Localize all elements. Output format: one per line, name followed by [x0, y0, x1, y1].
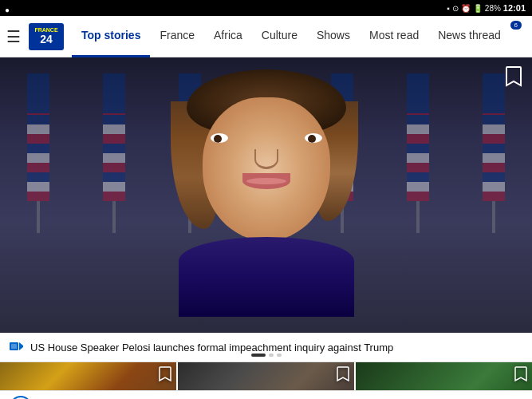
wifi-icon: ⊙: [452, 4, 459, 13]
face: [203, 97, 330, 241]
thumb-2-bookmark-icon[interactable]: [337, 366, 349, 385]
thumb-3-bookmark-icon[interactable]: [514, 366, 527, 385]
tab-africa[interactable]: Africa: [204, 16, 252, 57]
status-bar-left-icon: ●: [5, 2, 10, 16]
sim-icon: ▪: [447, 4, 450, 13]
hero-image: [0, 57, 532, 333]
scroll-dots: [251, 354, 282, 357]
hero-bookmark-icon[interactable]: [505, 65, 522, 93]
logo-text: FRANCE 24: [34, 27, 57, 45]
news-thread-badge: 6: [510, 21, 522, 30]
clothing: [179, 237, 354, 317]
pelosi-figure: [0, 57, 532, 333]
tab-news-thread[interactable]: News thread 6: [428, 16, 523, 57]
eye-right: [305, 133, 322, 143]
face-container: [163, 69, 370, 317]
svg-marker-1: [19, 342, 23, 350]
tab-france[interactable]: France: [150, 16, 204, 57]
scroll-dot-1: [251, 354, 266, 357]
scroll-dot-3: [277, 354, 282, 357]
header: ☰ FRANCE 24 Top stories France Africa Cu…: [0, 16, 532, 57]
tab-shows[interactable]: Shows: [307, 16, 360, 57]
play-button[interactable]: [10, 396, 32, 400]
thumb-1-bookmark-icon[interactable]: [159, 366, 171, 385]
alarm-icon: ⏰: [461, 4, 471, 13]
eyes: [211, 133, 322, 143]
mouth: [242, 173, 290, 189]
logo[interactable]: FRANCE 24: [29, 23, 64, 50]
tab-most-read[interactable]: Most read: [360, 16, 428, 57]
live-bar: Live: [0, 390, 532, 399]
battery-percent: 28%: [485, 4, 501, 13]
main-content: US House Speaker Pelosi launches formal …: [0, 57, 532, 399]
caption-bar: US House Speaker Pelosi launches formal …: [0, 333, 532, 362]
tab-culture[interactable]: Culture: [252, 16, 307, 57]
menu-icon[interactable]: ☰: [6, 27, 21, 46]
hero-caption-text: US House Speaker Pelosi launches formal …: [30, 342, 393, 354]
battery-icon: 🔋: [473, 4, 483, 13]
status-bar: ● ▪ ⊙ ⏰ 🔋 28% 12:01: [0, 0, 532, 16]
nose: [254, 149, 278, 169]
eye-left: [211, 133, 228, 143]
tab-top-stories[interactable]: Top stories: [72, 16, 150, 57]
nav-tabs: Top stories France Africa Culture Shows …: [72, 16, 526, 57]
svg-rect-2: [11, 344, 17, 349]
video-camera-icon: [10, 341, 24, 354]
status-icons-right: ▪ ⊙ ⏰ 🔋 28% 12:01: [447, 3, 526, 13]
status-time: 12:01: [503, 3, 526, 13]
scroll-dot-2: [269, 354, 274, 357]
